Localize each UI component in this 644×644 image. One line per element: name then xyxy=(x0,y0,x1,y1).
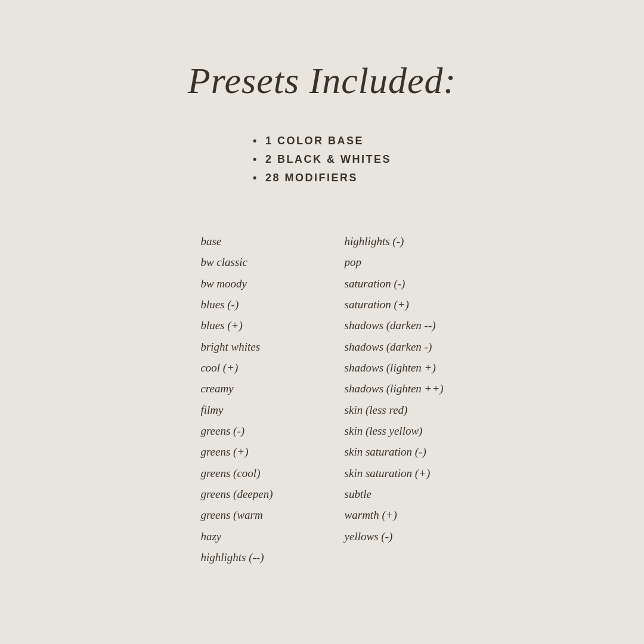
preset-item: bw moody xyxy=(200,274,273,293)
preset-item: bright whites xyxy=(200,338,273,356)
preset-item: pop xyxy=(345,253,444,271)
preset-item: greens (-) xyxy=(200,422,273,440)
preset-item: skin (less red) xyxy=(345,401,444,419)
preset-item: cool (+) xyxy=(200,358,273,377)
preset-item: greens (+) xyxy=(200,442,273,461)
preset-item: filmy xyxy=(200,401,273,419)
preset-item: yellows (-) xyxy=(345,527,444,546)
bullet-item: 2 BLACK & WHITES xyxy=(253,153,391,166)
preset-column-left: basebw classicbw moodyblues (-)blues (+)… xyxy=(200,232,273,567)
presets-columns: basebw classicbw moodyblues (-)blues (+)… xyxy=(200,232,443,567)
preset-item: skin saturation (-) xyxy=(345,442,444,461)
preset-item: saturation (-) xyxy=(345,274,444,293)
preset-item: saturation (+) xyxy=(345,295,444,314)
preset-item: shadows (darken --) xyxy=(345,316,444,335)
presets-summary-list: 1 COLOR BASE2 BLACK & WHITES28 MODIFIERS xyxy=(253,135,391,190)
preset-item: highlights (-) xyxy=(345,232,444,250)
preset-item: skin (less yellow) xyxy=(345,422,444,440)
preset-column-right: highlights (-)popsaturation (-)saturatio… xyxy=(345,232,444,546)
preset-item: bw classic xyxy=(200,253,273,271)
preset-item: blues (-) xyxy=(200,295,273,314)
preset-item: hazy xyxy=(200,527,273,546)
preset-item: greens (cool) xyxy=(200,464,273,482)
main-container: Presets Included: 1 COLOR BASE2 BLACK & … xyxy=(0,0,644,644)
preset-item: skin saturation (+) xyxy=(345,464,444,482)
page-title: Presets Included: xyxy=(188,60,456,102)
preset-item: warmth (+) xyxy=(345,506,444,524)
preset-item: shadows (darken -) xyxy=(345,338,444,356)
preset-item: shadows (lighten +) xyxy=(345,358,444,377)
preset-item: subtle xyxy=(345,485,444,503)
preset-item: base xyxy=(200,232,273,250)
preset-item: highlights (--) xyxy=(200,548,273,566)
preset-item: greens (deepen) xyxy=(200,485,273,503)
preset-item: greens (warm xyxy=(200,506,273,524)
preset-item: shadows (lighten ++) xyxy=(345,379,444,398)
bullet-item: 28 MODIFIERS xyxy=(253,172,391,184)
preset-item: creamy xyxy=(200,379,273,398)
preset-item: blues (+) xyxy=(200,316,273,335)
bullet-item: 1 COLOR BASE xyxy=(253,135,391,147)
